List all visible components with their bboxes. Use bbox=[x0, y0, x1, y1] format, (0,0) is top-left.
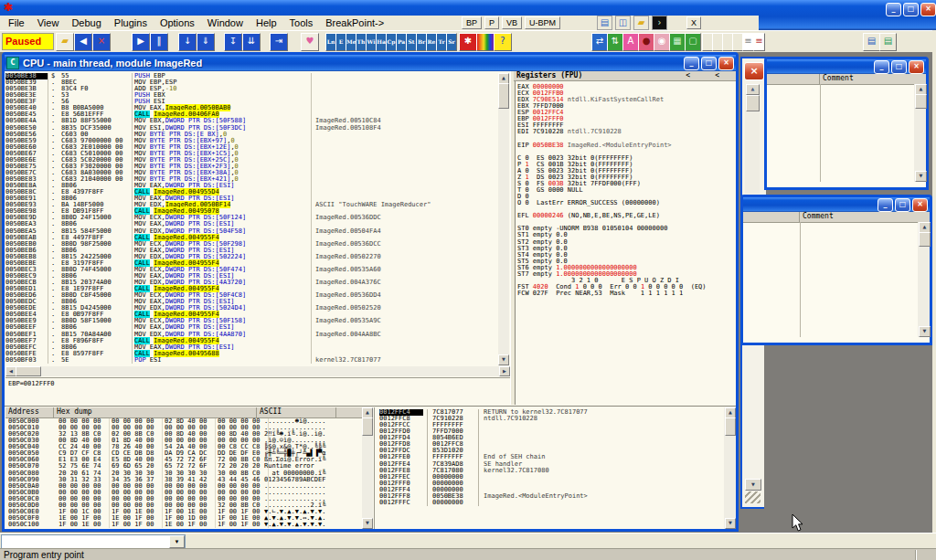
restart-button[interactable]: ◀ bbox=[74, 33, 92, 51]
register-line[interactable]: EFL 00000246 (NO,NB,E,BE,NS,PE,GE,LE) bbox=[517, 213, 707, 219]
stack-row[interactable]: 0012FFC87C910228ntdll.7C910228 bbox=[375, 416, 725, 422]
step-over-button[interactable]: ↧ bbox=[224, 33, 242, 51]
menu-file[interactable]: File bbox=[2, 16, 31, 30]
stack-row[interactable]: 0012FFF000000000 bbox=[375, 481, 725, 487]
stack-row[interactable]: 0012FFD07FFD7000 bbox=[375, 428, 725, 435]
stack-row[interactable]: 0012FFFC00000000 bbox=[375, 500, 725, 506]
restore-icon[interactable]: □ bbox=[903, 3, 919, 16]
minimize-icon[interactable]: _ bbox=[684, 57, 699, 70]
close-icon[interactable]: × bbox=[920, 3, 936, 16]
collapse-icon[interactable]: < bbox=[715, 71, 719, 80]
disassembly-pane[interactable]: 0050BE38$55PUSH EBP0050BE39.8BECMOV EBP,… bbox=[5, 73, 498, 365]
disasm-row[interactable]: 0050BE9D.8B0D 24F15000MOV ECX,DWORD PTR … bbox=[5, 215, 498, 221]
fragment-scrollbar[interactable]: ▲ bbox=[745, 84, 760, 194]
combo-dropdown-icon[interactable]: ▼ bbox=[169, 535, 185, 548]
stack-row[interactable]: 0012FFDC853D1020 bbox=[375, 448, 725, 454]
window-source-button[interactable]: Sr bbox=[446, 33, 457, 51]
menu-button-p[interactable]: P bbox=[484, 16, 499, 29]
collapse-icon[interactable]: < bbox=[686, 71, 690, 80]
plugin-heart-button[interactable]: ♥ bbox=[301, 33, 319, 51]
stack-row[interactable]: 0012FFD80012FFC8 bbox=[375, 441, 725, 448]
scroll-thumb[interactable] bbox=[498, 83, 509, 109]
open-folder-icon[interactable]: ▰ bbox=[633, 16, 649, 30]
scroll-down-icon[interactable]: ▼ bbox=[725, 518, 736, 529]
scroll-thumb[interactable] bbox=[725, 417, 736, 436]
keypad-button[interactable]: ▦ bbox=[669, 33, 686, 51]
maximize-icon[interactable]: □ bbox=[895, 198, 910, 212]
scroll-right-icon[interactable]: ▶ bbox=[499, 366, 510, 376]
comment-window-title-bar[interactable]: _ □ × bbox=[767, 59, 926, 74]
menu-close-button[interactable]: X bbox=[686, 16, 701, 29]
close-icon[interactable]: × bbox=[718, 57, 734, 70]
maximize-icon[interactable]: □ bbox=[891, 60, 907, 74]
stack-row[interactable]: 0012FFE47C839AD8SE handler bbox=[375, 461, 725, 468]
disasm-row[interactable]: 0050BEC3.8B0D 74F45000MOV ECX,DWORD PTR … bbox=[5, 267, 498, 273]
cpu-title-bar[interactable]: C CPU - main thread, module ImageRed _ □… bbox=[5, 55, 736, 71]
disasm-row[interactable]: 0050BE3E.53PUSH EBX bbox=[5, 92, 498, 99]
registers-pane[interactable]: Registers (FPU) < < EAX 00000000ECX 0012… bbox=[514, 71, 736, 405]
menu-debug[interactable]: Debug bbox=[65, 16, 107, 30]
scroll-up-icon[interactable]: ▲ bbox=[746, 84, 760, 95]
menu-view[interactable]: View bbox=[31, 16, 66, 30]
stack-vertical-scrollbar[interactable]: ▲ ▼ bbox=[724, 407, 736, 529]
report-list-button-2[interactable]: ≡ bbox=[753, 33, 765, 51]
options-gear-button[interactable]: ✱ bbox=[459, 33, 477, 51]
background-window-fragment-bottom[interactable]: ▼ bbox=[740, 345, 764, 509]
disasm-row[interactable]: 0050BEF7.E8 F896F8FFCALL ImageRed.004955… bbox=[5, 338, 498, 344]
save-icon[interactable]: ◫ bbox=[615, 16, 631, 30]
stack-row[interactable]: 0012FFF80050BE38ImageRed.<ModuleEntryPoi… bbox=[375, 493, 725, 500]
menu-options[interactable]: Options bbox=[154, 16, 201, 30]
screen-button[interactable]: ▢ bbox=[685, 33, 701, 51]
animate-over-button[interactable]: ⇊ bbox=[242, 33, 261, 51]
scroll-down-icon[interactable]: ▼ bbox=[362, 518, 373, 529]
resize-grip[interactable] bbox=[745, 491, 760, 503]
comment-scrollbar[interactable]: ▲ ▼ bbox=[914, 84, 926, 182]
disasm-row[interactable]: 0050BEB0.8B0D 98F25000MOV ECX,DWORD PTR … bbox=[5, 241, 498, 248]
scroll-down-icon[interactable]: ▼ bbox=[745, 479, 761, 491]
disasm-row[interactable]: 0050BE8C.E8 4397F8FFCALL ImageRed.004955… bbox=[5, 189, 498, 195]
menu-button-bp[interactable]: BP bbox=[462, 16, 482, 29]
run-button[interactable]: ▶ bbox=[132, 33, 150, 51]
scroll-down-icon[interactable]: ▼ bbox=[498, 354, 509, 365]
swap-arrows-button[interactable]: ⇄ bbox=[591, 33, 608, 51]
disasm-row[interactable]: 0050BED6.8B0D C8F45000MOV ECX,DWORD PTR … bbox=[5, 292, 498, 299]
comment-window-bottom[interactable]: _ □ × Comment ▲ ▼ bbox=[740, 195, 932, 345]
close-icon[interactable]: × bbox=[744, 62, 764, 80]
updown-button[interactable]: ⇅ bbox=[607, 33, 623, 51]
scroll-thumb[interactable] bbox=[746, 95, 760, 111]
stack-row[interactable]: 0012FFEC00000000 bbox=[375, 474, 725, 481]
font-a-button[interactable]: A bbox=[622, 33, 639, 51]
disasm-row[interactable]: 0050BEFE.E8 8597F8FFCALL ImageRed.004956… bbox=[5, 351, 498, 357]
scroll-thumb[interactable] bbox=[915, 94, 927, 109]
window-list-button-2[interactable]: ▤ bbox=[879, 33, 897, 51]
command-combobox[interactable]: ▼ bbox=[1, 534, 186, 549]
menu-button-vb[interactable]: VB bbox=[502, 16, 522, 29]
dump-row[interactable]: 0050C1001F 00 1E 001F 00 1F 001E 00 1F 0… bbox=[5, 522, 325, 528]
console-icon[interactable]: › bbox=[652, 16, 667, 30]
disasm-vertical-scrollbar[interactable]: ▲ ▼ bbox=[498, 73, 509, 365]
step-into-button[interactable]: ↓ bbox=[178, 33, 197, 51]
record-button[interactable]: ● bbox=[638, 33, 654, 51]
disasm-row[interactable]: 0050BEE9.8B0D 58F15000MOV ECX,DWORD PTR … bbox=[5, 318, 498, 324]
spiral-button[interactable]: ◉ bbox=[654, 33, 670, 51]
close-program-button[interactable]: × bbox=[92, 33, 111, 51]
stack-pane[interactable]: 0012FFC47C817077RETURN to kernel32.7C817… bbox=[374, 407, 725, 529]
scroll-thumb[interactable] bbox=[362, 417, 373, 436]
register-line[interactable]: EIP 0050BE38 ImageRed.<ModuleEntryPoint> bbox=[517, 143, 707, 149]
minimize-icon[interactable]: _ bbox=[874, 60, 889, 74]
scroll-thumb[interactable] bbox=[919, 232, 931, 247]
comment-window-top[interactable]: _ □ × Comment ▲ ▼ bbox=[764, 57, 929, 190]
execute-till-return-button[interactable]: ⇥ bbox=[270, 33, 288, 51]
register-line[interactable]: T 0 GS 0000 NULL bbox=[517, 187, 707, 194]
menu-tools[interactable]: Tools bbox=[283, 16, 320, 30]
stack-row[interactable]: 0012FFE87C817080kernel32.7C817080 bbox=[375, 468, 725, 474]
dump-vertical-scrollbar[interactable]: ▲ ▼ bbox=[362, 407, 373, 529]
disasm-row[interactable]: 0050BE3B.83C4 F0ADD ESP,-10 bbox=[5, 86, 498, 92]
disasm-horizontal-scrollbar[interactable]: ◀ ▶ bbox=[5, 366, 510, 376]
register-line[interactable]: O 0 LastErr ERROR_SUCCESS (00000000) bbox=[517, 200, 707, 206]
menu-breakpoint[interactable]: BreakPoint-> bbox=[319, 16, 390, 30]
stack-row[interactable]: 0012FFC47C817077RETURN to kernel32.7C817… bbox=[375, 409, 725, 416]
background-window-fragment-top[interactable]: × ▲ bbox=[740, 57, 766, 196]
animate-into-button[interactable]: ⇓ bbox=[197, 33, 215, 51]
pause-button[interactable]: ‖ bbox=[150, 33, 168, 51]
